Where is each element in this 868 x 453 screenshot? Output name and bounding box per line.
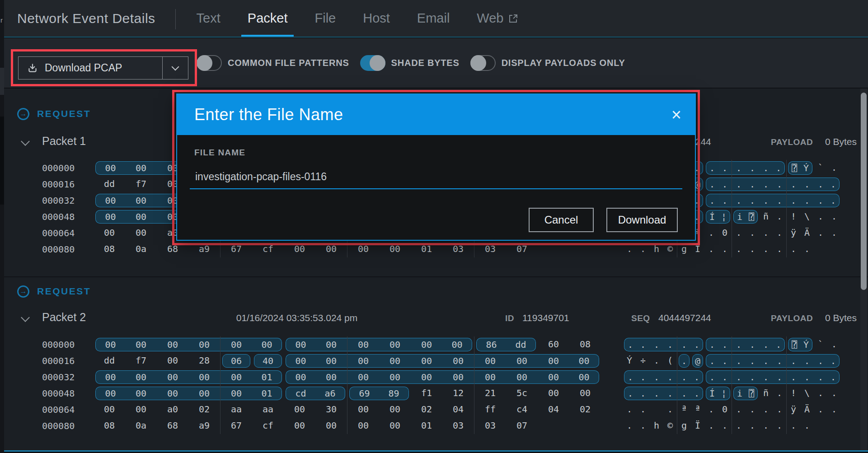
display-payloads-only-toggle[interactable]	[470, 55, 496, 71]
ascii-char[interactable]: .	[718, 338, 732, 351]
hex-byte[interactable]: 00	[95, 210, 125, 224]
ascii-char[interactable]: ÿ	[787, 226, 800, 240]
hex-byte[interactable]: 69	[349, 387, 379, 400]
ascii-char[interactable]: .	[746, 403, 759, 416]
hex-byte[interactable]: 01	[252, 370, 282, 384]
ascii-char[interactable]: !	[787, 387, 800, 400]
ascii-char[interactable]: .	[732, 243, 746, 256]
ascii-char[interactable]: .	[691, 338, 703, 351]
ascii-char[interactable]: .	[691, 387, 703, 400]
ascii-char[interactable]: .	[759, 226, 773, 240]
ascii-char[interactable]: .	[827, 370, 840, 384]
ascii-char[interactable]: .	[773, 177, 786, 191]
ascii-char[interactable]: .	[732, 177, 746, 191]
ascii-char[interactable]: .	[746, 194, 759, 207]
hex-byte[interactable]: 00	[94, 403, 125, 416]
ascii-char[interactable]: .	[718, 370, 732, 384]
hex-byte[interactable]: 00	[538, 370, 569, 384]
ascii-char[interactable]	[650, 403, 663, 416]
ascii-char[interactable]	[827, 243, 841, 256]
hex-byte[interactable]: 00	[221, 387, 252, 400]
hex-byte[interactable]: 00	[221, 338, 252, 351]
ascii-char[interactable]: .	[800, 370, 814, 384]
ascii-char[interactable]: .	[718, 354, 732, 368]
hex-byte[interactable]: aa	[252, 403, 284, 416]
ascii-char[interactable]: .	[759, 370, 773, 384]
tab-web[interactable]: Web	[470, 0, 525, 37]
ascii-char[interactable]: .	[636, 403, 650, 416]
ascii-char[interactable]: h	[650, 419, 663, 433]
ascii-char[interactable]: ⍰	[788, 338, 800, 351]
ascii-char[interactable]	[814, 243, 827, 256]
hex-byte[interactable]: 00	[125, 194, 157, 207]
ascii-char[interactable]: .	[706, 161, 718, 175]
hex-byte[interactable]: 00	[284, 419, 315, 433]
ascii-char[interactable]: .	[663, 338, 677, 351]
ascii-char[interactable]: .	[759, 338, 773, 351]
ascii-char[interactable]: .	[718, 419, 732, 433]
ascii-char[interactable]: ÿ	[787, 403, 800, 416]
hex-byte[interactable]: 00	[442, 338, 472, 351]
hex-byte[interactable]: 08	[569, 338, 601, 351]
hex-byte[interactable]: 60	[538, 338, 569, 351]
ascii-char[interactable]: .	[814, 226, 827, 240]
hex-byte[interactable]: 67	[221, 419, 252, 433]
hex-byte[interactable]: 00	[315, 419, 347, 433]
ascii-char[interactable]: .	[814, 177, 827, 191]
hex-byte[interactable]: 00	[125, 210, 157, 224]
ascii-char[interactable]: .	[650, 354, 663, 368]
ascii-char[interactable]: \	[800, 387, 814, 400]
ascii-char[interactable]: ÷	[636, 354, 650, 368]
ascii-char[interactable]: .	[759, 419, 773, 433]
ascii-char[interactable]: .	[704, 419, 718, 433]
hex-byte[interactable]: 00	[95, 370, 125, 384]
hex-byte[interactable]: 00	[252, 338, 282, 351]
ascii-char[interactable]: .	[732, 354, 746, 368]
hex-byte[interactable]: dd	[506, 338, 536, 351]
hex-byte[interactable]: cf	[252, 419, 284, 433]
ascii-char[interactable]: Ï	[691, 419, 704, 433]
ascii-char[interactable]: Ä	[800, 226, 814, 240]
download-pcap-button[interactable]: Download PCAP	[18, 56, 188, 79]
tab-text[interactable]: Text	[190, 0, 227, 37]
hex-byte[interactable]: 00	[411, 338, 442, 351]
shade-bytes-toggle[interactable]	[360, 55, 385, 71]
ascii-char[interactable]: .	[746, 161, 759, 175]
hex-byte[interactable]: dd	[94, 354, 125, 368]
ascii-char[interactable]: ñ	[759, 387, 773, 400]
ascii-char[interactable]: .	[746, 370, 759, 384]
hex-byte[interactable]: 5c	[506, 387, 538, 400]
ascii-char[interactable]: .	[800, 419, 814, 433]
ascii-char[interactable]: .	[759, 243, 773, 256]
hex-byte[interactable]: 00	[94, 226, 125, 240]
ascii-char[interactable]: .	[636, 419, 650, 433]
hex-byte[interactable]: 00	[125, 387, 157, 400]
ascii-char[interactable]: .	[663, 370, 677, 384]
hex-byte[interactable]: 02	[411, 403, 442, 416]
hex-byte[interactable]: dd	[94, 177, 125, 191]
hex-byte[interactable]: 00	[379, 338, 411, 351]
hex-byte[interactable]: aa	[221, 403, 252, 416]
hex-byte[interactable]: 00	[506, 370, 538, 384]
ascii-char[interactable]: .	[650, 387, 663, 400]
ascii-char[interactable]: .	[706, 194, 718, 207]
hex-byte[interactable]: 21	[474, 387, 506, 400]
ascii-char[interactable]: i	[733, 210, 746, 224]
ascii-char[interactable]: .	[732, 161, 746, 175]
hex-byte[interactable]: 08	[94, 243, 125, 256]
ascii-char[interactable]: .	[814, 403, 827, 416]
hex-byte[interactable]: 00	[347, 338, 379, 351]
ascii-char[interactable]: .	[706, 354, 718, 368]
hex-byte[interactable]: 00	[442, 354, 474, 368]
hex-byte[interactable]: 00	[188, 387, 220, 400]
ascii-char[interactable]: .	[827, 338, 841, 351]
hex-byte[interactable]: 00	[315, 370, 347, 384]
hex-byte[interactable]: 00	[379, 354, 411, 368]
ascii-char[interactable]: ⍰	[746, 387, 758, 400]
ascii-char[interactable]: ñ	[759, 210, 773, 224]
ascii-char[interactable]: .	[800, 354, 814, 368]
ascii-char[interactable]: .	[787, 243, 800, 256]
ascii-char[interactable]: .	[650, 338, 663, 351]
hex-byte[interactable]: 00	[95, 338, 125, 351]
ascii-char[interactable]: .	[827, 354, 840, 368]
